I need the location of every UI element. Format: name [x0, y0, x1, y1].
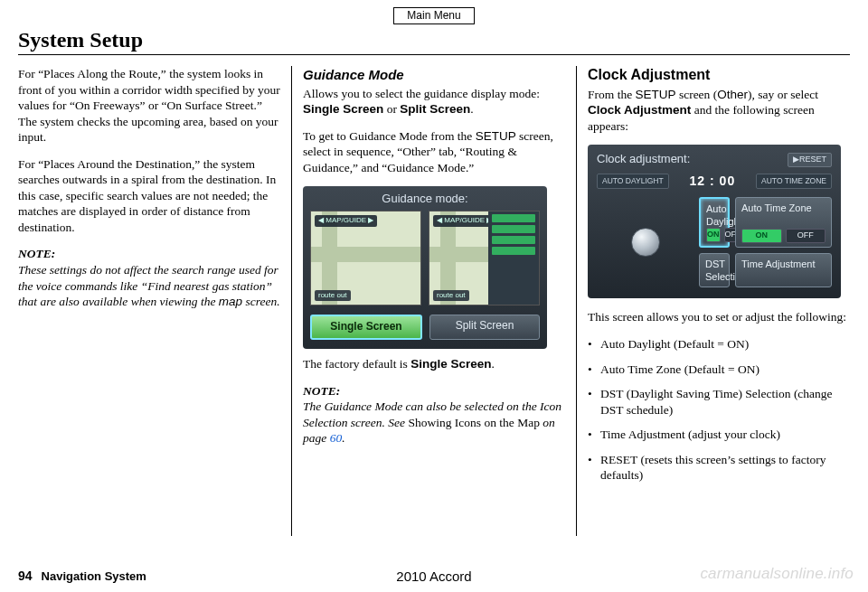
clock-adj-label: Clock Adjustment: [588, 103, 691, 117]
tile-auto-timezone[interactable]: Auto Time Zone ONOFF: [735, 197, 832, 248]
option-single-screen[interactable]: Single Screen: [310, 315, 422, 340]
t: The factory default is: [303, 357, 410, 371]
mapguide-label: ◀ MAP/GUIDE ▶: [315, 215, 377, 226]
col2-note: NOTE: The Guidance Mode can also be sele…: [303, 383, 565, 446]
mapguide-label: ◀ MAP/GUIDE ▶: [433, 215, 495, 226]
list-item: Auto Daylight (Default = ON): [588, 336, 850, 352]
col2-p3: The factory default is Single Screen.: [303, 356, 565, 372]
col1-note: NOTE: These settings do not affect the s…: [18, 246, 280, 309]
column-2: Guidance Mode Allows you to select the g…: [292, 66, 577, 536]
auto-daylight-pill: AUTO DAYLIGHT: [597, 174, 669, 189]
t: or: [383, 102, 400, 116]
toggle-on[interactable]: ON: [706, 228, 721, 242]
shot1-header: Guidance mode:: [310, 192, 540, 207]
reset-button[interactable]: ▶RESET: [788, 153, 832, 167]
page-title: System Setup: [18, 28, 850, 55]
col2-p1: Allows you to select the guidance displa…: [303, 86, 565, 117]
column-1: For “Places Along the Route,” the system…: [18, 66, 292, 536]
route-tag: route out: [433, 290, 469, 301]
col3-p1: From the SETUP screen (Other), say or se…: [588, 87, 850, 135]
main-menu-button[interactable]: Main Menu: [393, 7, 474, 24]
toggle-off[interactable]: OFF: [786, 229, 826, 243]
t: .: [342, 431, 344, 445]
page: Main Menu System Setup For “Places Along…: [0, 0, 868, 545]
setup-word: SETUP: [476, 129, 516, 143]
shot2-header-row: Clock adjustment: ▶RESET: [597, 152, 832, 167]
col2-p2: To get to Guidance Mode from the SETUP s…: [303, 128, 565, 176]
tile-label: Time Adjustment: [741, 258, 826, 270]
shot1-options: Single Screen Split Screen: [310, 315, 540, 340]
content-columns: For “Places Along the Route,” the system…: [18, 66, 850, 536]
note-ref: Showing Icons on the Map: [408, 416, 540, 429]
shot1-map-single: ◀ MAP/GUIDE ▶ route out: [310, 211, 421, 305]
clock-adjustment-heading: Clock Adjustment: [588, 66, 850, 85]
list-item: DST (Daylight Saving Time) Selection (ch…: [588, 386, 850, 418]
option-split-screen[interactable]: Split Screen: [429, 315, 540, 340]
shot2-header: Clock adjustment:: [597, 152, 690, 167]
toggle-on[interactable]: ON: [741, 229, 782, 243]
tile-auto-daylight[interactable]: Auto Daylight ONOFF: [699, 197, 730, 248]
tile-label: DST Selection: [705, 258, 723, 284]
shot1-maps: ◀ MAP/GUIDE ▶ route out ◀ MAP/GUIDE ▶ ro…: [310, 211, 540, 305]
default-label: Single Screen: [410, 357, 491, 371]
note-map-word: map: [219, 295, 242, 308]
t: From the: [588, 88, 636, 101]
t: .: [492, 357, 495, 371]
section-label: Navigation System: [42, 569, 146, 583]
guidance-mode-heading: Guidance Mode: [303, 66, 565, 84]
column-3: Clock Adjustment From the SETUP screen (…: [577, 66, 850, 536]
t: To get to Guidance Mode from the: [303, 129, 476, 143]
setup-word: SETUP: [636, 88, 676, 101]
note-label: NOTE:: [18, 246, 280, 262]
top-button-wrap: Main Menu: [18, 7, 850, 24]
watermark: carmanualsonline.info: [700, 565, 854, 583]
tile-label: Auto Daylight: [706, 202, 722, 229]
auto-timezone-pill: AUTO TIME ZONE: [756, 174, 832, 189]
model-label: 2010 Accord: [396, 569, 471, 584]
shot2-grid: Auto Daylight ONOFF Auto Time Zone ONOFF…: [597, 197, 832, 284]
t: screen (: [676, 88, 718, 101]
col1-p2: For “Places Around the Destination,” the…: [18, 156, 280, 236]
note-label: NOTE:: [303, 383, 565, 399]
page-number: 94: [18, 569, 33, 583]
shot1-map-split: ◀ MAP/GUIDE ▶ route out: [429, 211, 540, 305]
route-tag: route out: [315, 290, 351, 301]
col1-p1: For “Places Along the Route,” the system…: [18, 66, 280, 146]
tile-time-adjustment[interactable]: Time Adjustment: [735, 253, 832, 288]
list-item: Time Adjustment (adjust your clock): [588, 427, 850, 443]
col3-p2: This screen allows you to set or adjust …: [588, 309, 850, 325]
t: ), say or select: [748, 88, 818, 101]
clock-adjustment-screenshot: Clock adjustment: ▶RESET AUTO DAYLIGHT 1…: [588, 145, 841, 298]
page-link-60[interactable]: 60: [330, 431, 343, 445]
shot2-status-row: AUTO DAYLIGHT 12 : 00 AUTO TIME ZONE: [597, 173, 832, 189]
t: Allows you to select the guidance displa…: [303, 87, 540, 100]
split-screen-label: Split Screen: [400, 102, 470, 116]
guidance-mode-screenshot: Guidance mode: ◀ MAP/GUIDE ▶ route out ◀…: [303, 186, 547, 349]
tile-dst-selection[interactable]: DST Selection: [699, 253, 730, 288]
note-body-b: screen.: [242, 295, 279, 308]
col3-bullets: Auto Daylight (Default = ON) Auto Time Z…: [588, 336, 850, 484]
single-screen-label: Single Screen: [303, 102, 383, 116]
clock-time: 12 : 00: [690, 173, 736, 189]
t: .: [470, 102, 473, 116]
other-word: Other: [717, 88, 748, 101]
dial-knob[interactable]: [597, 197, 693, 288]
list-item: Auto Time Zone (Default = ON): [588, 362, 850, 378]
list-item: RESET (resets this screen’s settings to …: [588, 452, 850, 484]
tile-label: Auto Time Zone: [741, 202, 826, 214]
